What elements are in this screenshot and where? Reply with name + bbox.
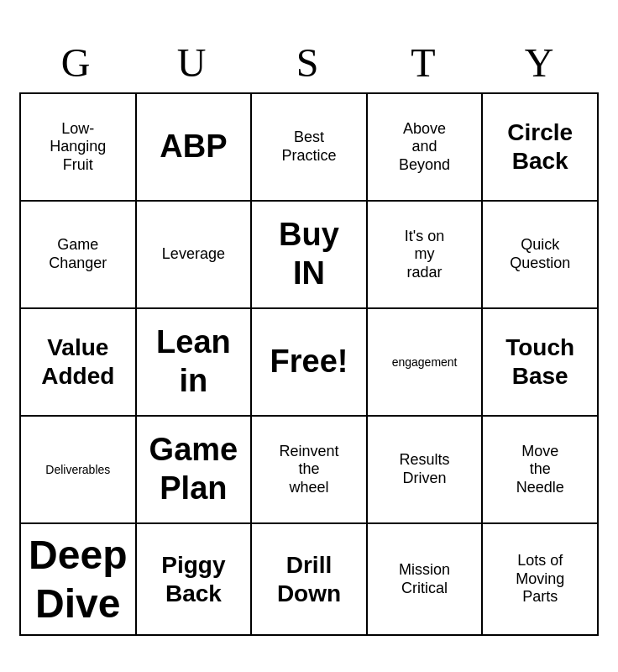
- cell-text-r3-c0: Deliverables: [45, 463, 110, 477]
- cell-text-r2-c4: TouchBase: [505, 333, 574, 390]
- bingo-cell-r2-c2[interactable]: Free!: [252, 309, 368, 417]
- bingo-cell-r2-c1[interactable]: Leanin: [137, 309, 253, 417]
- bingo-cell-r4-c1[interactable]: PiggyBack: [137, 524, 253, 636]
- header-letter-Y: Y: [483, 36, 599, 89]
- bingo-cell-r1-c1[interactable]: Leverage: [137, 202, 253, 309]
- cell-text-r3-c1: GamePlan: [149, 431, 238, 507]
- cell-text-r4-c3: MissionCritical: [399, 561, 450, 597]
- bingo-cell-r2-c4[interactable]: TouchBase: [483, 309, 599, 417]
- bingo-cell-r0-c3[interactable]: AboveandBeyond: [368, 94, 484, 202]
- cell-text-r2-c2: Free!: [270, 343, 348, 381]
- cell-text-r0-c1: ABP: [160, 128, 227, 166]
- bingo-card: GUSTY Low-HangingFruitABPBestPracticeAbo…: [11, 28, 607, 644]
- bingo-cell-r0-c2[interactable]: BestPractice: [252, 94, 368, 202]
- cell-text-r4-c4: Lots ofMovingParts: [516, 552, 564, 606]
- bingo-cell-r1-c3[interactable]: It's onmyradar: [368, 202, 484, 309]
- cell-text-r1-c1: Leverage: [162, 245, 225, 264]
- bingo-cell-r3-c2[interactable]: Reinventthewheel: [252, 417, 368, 524]
- bingo-cell-r0-c4[interactable]: CircleBack: [483, 94, 599, 202]
- bingo-grid: Low-HangingFruitABPBestPracticeAboveandB…: [19, 92, 599, 636]
- cell-text-r2-c1: Leanin: [156, 323, 231, 400]
- cell-text-r0-c4: CircleBack: [507, 118, 573, 175]
- bingo-cell-r2-c3[interactable]: engagement: [368, 309, 484, 417]
- header-letter-G: G: [19, 36, 135, 89]
- bingo-cell-r3-c0[interactable]: Deliverables: [21, 417, 137, 524]
- cell-text-r3-c2: Reinventthewheel: [279, 443, 338, 497]
- cell-text-r1-c4: QuickQuestion: [510, 236, 570, 272]
- bingo-cell-r4-c0[interactable]: DeepDive: [21, 524, 137, 636]
- cell-text-r4-c0: DeepDive: [29, 531, 127, 627]
- cell-text-r1-c3: It's onmyradar: [405, 228, 444, 282]
- cell-text-r1-c2: BuyIN: [279, 216, 339, 292]
- cell-text-r2-c0: ValueAdded: [41, 333, 114, 390]
- bingo-cell-r1-c0[interactable]: GameChanger: [21, 202, 137, 309]
- cell-text-r3-c4: MovetheNeedle: [516, 443, 564, 497]
- bingo-cell-r3-c1[interactable]: GamePlan: [137, 417, 253, 524]
- cell-text-r0-c2: BestPractice: [281, 129, 336, 165]
- bingo-cell-r1-c4[interactable]: QuickQuestion: [483, 202, 599, 309]
- bingo-cell-r4-c4[interactable]: Lots ofMovingParts: [483, 524, 599, 636]
- cell-text-r3-c3: ResultsDriven: [400, 451, 450, 487]
- bingo-cell-r0-c0[interactable]: Low-HangingFruit: [21, 94, 137, 202]
- bingo-cell-r3-c3[interactable]: ResultsDriven: [368, 417, 484, 524]
- bingo-cell-r1-c2[interactable]: BuyIN: [252, 202, 368, 309]
- cell-text-r1-c0: GameChanger: [49, 236, 107, 272]
- cell-text-r2-c3: engagement: [392, 355, 458, 370]
- bingo-cell-r0-c1[interactable]: ABP: [137, 94, 253, 202]
- cell-text-r0-c3: AboveandBeyond: [399, 120, 450, 175]
- bingo-header: GUSTY: [19, 36, 599, 89]
- header-letter-U: U: [135, 36, 251, 89]
- bingo-cell-r4-c3[interactable]: MissionCritical: [368, 524, 484, 636]
- bingo-cell-r2-c0[interactable]: ValueAdded: [21, 309, 137, 417]
- bingo-cell-r3-c4[interactable]: MovetheNeedle: [483, 417, 599, 524]
- cell-text-r4-c2: DrillDown: [277, 551, 341, 607]
- header-letter-S: S: [251, 36, 367, 89]
- bingo-cell-r4-c2[interactable]: DrillDown: [252, 524, 368, 636]
- cell-text-r0-c0: Low-HangingFruit: [50, 120, 106, 175]
- header-letter-T: T: [367, 36, 483, 89]
- cell-text-r4-c1: PiggyBack: [161, 551, 225, 607]
